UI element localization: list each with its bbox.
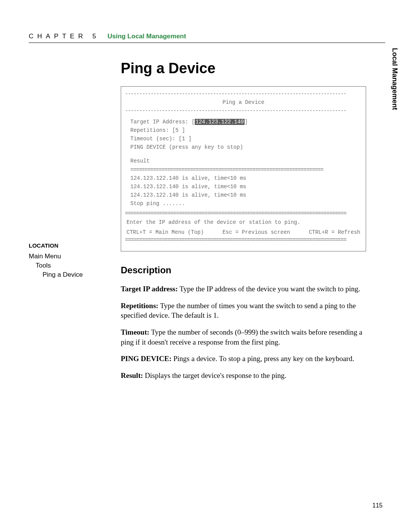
- page-title: Ping a Device: [121, 60, 366, 77]
- side-tab-label: Local Management: [391, 48, 399, 110]
- hotkey-previous: Esc = Previous screen: [222, 229, 290, 236]
- desc-term: PING DEVICE:: [121, 355, 171, 363]
- result-line: 124.123.122.140 is alive, time<10 ms: [130, 175, 356, 182]
- desc-term: Repetitions:: [121, 302, 158, 310]
- target-ip-row: Target IP Address: [124.123.122.140]: [130, 118, 356, 125]
- location-heading: LOCATION: [29, 242, 121, 249]
- hotkey-main-menu: CTRL+T = Main Menu (Top): [127, 229, 204, 236]
- description-paragraph: Repetitions: Type the number of times yo…: [121, 301, 366, 320]
- ping-device-action[interactable]: PING DEVICE (press any key to stop): [130, 144, 356, 151]
- result-line: 124.123.122.140 is alive, time<10 ms: [130, 183, 356, 190]
- location-item: Main Menu: [29, 253, 121, 260]
- divider-line: ----------------------------------------…: [125, 107, 362, 114]
- chapter-title: Using Local Management: [107, 33, 186, 40]
- desc-text: Type the number of seconds (0–999) the s…: [121, 328, 362, 346]
- description-paragraph: PING DEVICE: Pings a device. To stop a p…: [121, 354, 366, 364]
- hotkey-refresh: CTRL+R = Refresh: [309, 229, 360, 236]
- description-heading: Description: [121, 265, 366, 276]
- description-paragraph: Target IP address: Type the IP address o…: [121, 284, 366, 294]
- description-paragraph: Result: Displays the target device's res…: [121, 371, 366, 381]
- page-header: CHAPTER 5 Using Local Management: [29, 33, 385, 43]
- terminal-screenshot: ----------------------------------------…: [121, 86, 366, 251]
- location-item: Tools: [29, 262, 121, 269]
- location-item: Ping a Device: [29, 271, 121, 279]
- location-sidebar: LOCATION Main Menu Tools Ping a Device: [29, 60, 121, 280]
- hint-text: Enter the IP address of the device or st…: [125, 219, 362, 226]
- timeout-row[interactable]: Timeout (sec): [1 ]: [130, 135, 356, 142]
- divider-line: ----------------------------------------…: [125, 90, 362, 97]
- desc-text: Pings a device. To stop a ping, press an…: [171, 355, 354, 363]
- terminal-title: Ping a Device: [125, 99, 362, 106]
- result-line: Stop ping .......: [130, 200, 356, 207]
- result-label: Result: [130, 158, 356, 164]
- desc-term: Result:: [121, 371, 143, 379]
- divider-line: ========================================…: [130, 166, 356, 173]
- desc-term: Target IP address:: [121, 285, 178, 293]
- desc-text: Type the IP address of the device you wa…: [178, 285, 360, 293]
- desc-text: Displays the target device's response to…: [143, 371, 286, 379]
- repetitions-row[interactable]: Repetitions: [5 ]: [130, 127, 356, 134]
- chapter-label: CHAPTER 5: [29, 33, 107, 40]
- divider-line: ========================================…: [125, 210, 362, 217]
- target-ip-label: Target IP Address:: [130, 119, 188, 125]
- result-line: 124.123.122.140 is alive, time<10 ms: [130, 192, 356, 199]
- description-paragraph: Timeout: Type the number of seconds (0–9…: [121, 327, 366, 347]
- desc-term: Timeout:: [121, 328, 150, 336]
- divider-line: ========================================…: [125, 236, 362, 243]
- target-ip-value[interactable]: 124.123.122.140: [195, 119, 245, 125]
- page-number: 115: [372, 502, 383, 509]
